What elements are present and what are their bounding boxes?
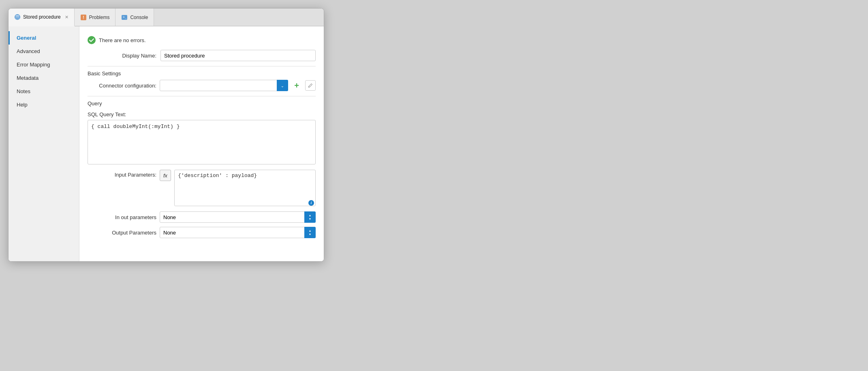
- edit-connector-button[interactable]: [305, 80, 316, 91]
- sidebar-item-help[interactable]: Help: [9, 98, 79, 111]
- tab-stored-procedure-label: Stored procedure: [23, 14, 61, 20]
- connector-config-select[interactable]: [160, 80, 288, 91]
- connector-config-row: Connector configuration: +: [88, 80, 316, 91]
- sql-query-textarea[interactable]: { call doubleMyInt(:myInt) }: [88, 120, 316, 164]
- display-name-input[interactable]: [160, 50, 316, 61]
- input-params-wrapper: {'description' : payload} i: [174, 170, 316, 207]
- sidebar-item-error-mapping-label: Error Mapping: [17, 62, 50, 68]
- sidebar-item-error-mapping[interactable]: Error Mapping: [9, 58, 79, 71]
- console-icon: >_: [121, 14, 128, 21]
- in-out-params-label: In out parameters: [88, 214, 156, 220]
- sidebar-item-advanced[interactable]: Advanced: [9, 45, 79, 58]
- success-icon: [88, 36, 96, 44]
- problems-icon: !: [80, 14, 87, 21]
- svg-text:!: !: [83, 15, 84, 20]
- in-out-params-row: In out parameters None: [88, 211, 316, 223]
- basic-settings-header: Basic Settings: [88, 66, 316, 80]
- output-select[interactable]: None: [160, 227, 316, 238]
- sidebar-item-general-label: General: [17, 35, 36, 41]
- status-bar: There are no errors.: [88, 33, 316, 50]
- display-name-row: Display Name:: [88, 50, 316, 61]
- status-message: There are no errors.: [99, 37, 146, 43]
- sidebar: General Advanced Error Mapping Metadata …: [9, 26, 79, 261]
- svg-text:>_: >_: [123, 15, 127, 19]
- add-connector-button[interactable]: +: [291, 80, 302, 91]
- connector-config-label: Connector configuration:: [88, 83, 156, 89]
- db-icon: [14, 14, 21, 20]
- fx-button[interactable]: fx: [160, 170, 171, 181]
- content-area: There are no errors. Display Name: Basic…: [79, 26, 324, 261]
- tab-close-icon[interactable]: ✕: [65, 15, 68, 19]
- sidebar-item-help-label: Help: [17, 102, 28, 108]
- tab-bar: Stored procedure ✕ ! Problems >_ Console: [9, 9, 324, 26]
- input-params-label: Input Parameters:: [88, 170, 156, 178]
- query-header: Query: [88, 96, 316, 110]
- output-params-row: Output Parameters None: [88, 227, 316, 238]
- in-out-select-wrapper: None: [160, 211, 316, 223]
- display-name-label: Display Name:: [88, 53, 156, 59]
- sidebar-item-metadata-label: Metadata: [17, 75, 38, 81]
- info-badge: i: [308, 200, 314, 206]
- sql-query-label: SQL Query Text:: [88, 111, 316, 117]
- input-params-row: Input Parameters: fx {'description' : pa…: [88, 170, 316, 207]
- output-params-label: Output Parameters: [88, 230, 156, 236]
- main-area: General Advanced Error Mapping Metadata …: [9, 26, 324, 261]
- in-out-select[interactable]: None: [160, 211, 316, 223]
- tab-problems-label: Problems: [89, 15, 110, 20]
- tab-console-label: Console: [130, 15, 148, 20]
- input-params-textarea[interactable]: {'description' : payload}: [174, 170, 316, 206]
- query-section: SQL Query Text: { call doubleMyInt(:myIn…: [88, 111, 316, 166]
- sidebar-item-notes-label: Notes: [17, 88, 30, 94]
- sidebar-item-notes[interactable]: Notes: [9, 85, 79, 98]
- edit-icon: [308, 83, 313, 88]
- connector-config-select-wrapper: [160, 80, 288, 91]
- sidebar-item-advanced-label: Advanced: [17, 48, 40, 54]
- output-select-wrapper: None: [160, 227, 316, 238]
- sidebar-item-general[interactable]: General: [9, 31, 79, 45]
- tab-problems[interactable]: ! Problems: [75, 9, 116, 26]
- tab-stored-procedure[interactable]: Stored procedure ✕: [9, 9, 75, 26]
- tab-console[interactable]: >_ Console: [115, 9, 154, 26]
- sidebar-item-metadata[interactable]: Metadata: [9, 71, 79, 85]
- main-window: Stored procedure ✕ ! Problems >_ Console: [8, 8, 324, 262]
